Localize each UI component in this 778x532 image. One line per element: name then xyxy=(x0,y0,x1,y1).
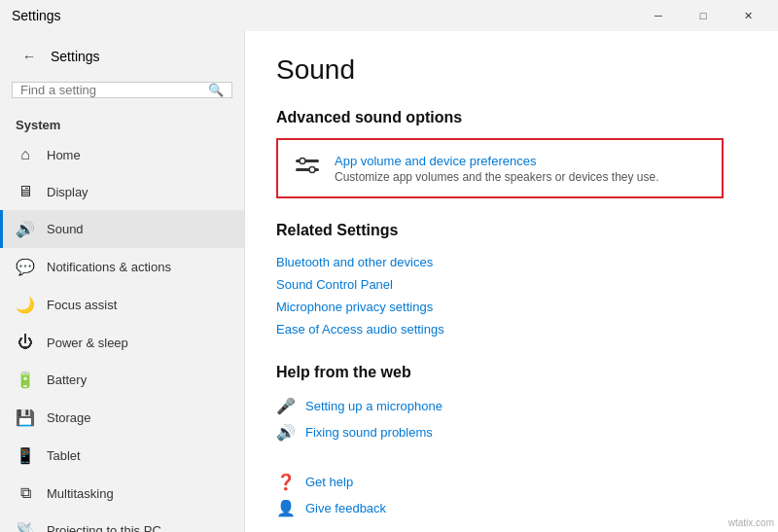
search-box[interactable]: 🔍 xyxy=(12,82,232,98)
system-label: System xyxy=(0,110,244,136)
sidebar-item-label: Multitasking xyxy=(47,486,114,501)
storage-icon: 💾 xyxy=(16,408,35,427)
titlebar-left: Settings xyxy=(12,8,61,23)
maximize-button[interactable]: □ xyxy=(681,0,725,31)
close-button[interactable]: ✕ xyxy=(725,0,770,31)
bottom-links: ❓ Get help 👤 Give feedback xyxy=(276,469,747,521)
sidebar-app-title: Settings xyxy=(51,49,100,64)
focus-icon: 🌙 xyxy=(16,296,35,314)
fix-sound-item[interactable]: 🔊 Fixing sound problems xyxy=(276,419,747,445)
sidebar: ← Settings 🔍 System ⌂ Home 🖥 Display 🔊 S… xyxy=(0,31,245,532)
sidebar-item-label: Focus assist xyxy=(47,298,117,312)
card-description: Customize app volumes and the speakers o… xyxy=(335,170,659,184)
svg-point-3 xyxy=(309,167,315,173)
get-help-item[interactable]: ❓ Get help xyxy=(276,469,747,495)
ease-access-link[interactable]: Ease of Access audio settings xyxy=(276,318,747,340)
watermark: wtatix.com xyxy=(728,517,774,528)
get-help-link: Get help xyxy=(305,475,353,489)
tablet-icon: 📱 xyxy=(16,446,35,465)
get-help-icon: ❓ xyxy=(276,473,296,491)
feedback-icon: 👤 xyxy=(276,499,296,517)
multitasking-icon: ⧉ xyxy=(16,484,35,502)
sidebar-item-projecting[interactable]: 📡 Projecting to this PC xyxy=(0,512,244,532)
svg-point-1 xyxy=(300,159,305,164)
minimize-button[interactable]: ─ xyxy=(636,0,681,31)
sound-icon: 🔊 xyxy=(16,220,35,238)
display-icon: 🖥 xyxy=(16,183,35,200)
sidebar-item-label: Tablet xyxy=(47,448,81,463)
sidebar-item-label: Storage xyxy=(47,410,91,425)
sidebar-item-tablet[interactable]: 📱 Tablet xyxy=(0,437,244,475)
help-section-title: Help from the web xyxy=(276,364,747,381)
notifications-icon: 💬 xyxy=(16,258,35,276)
sound-problems-icon: 🔊 xyxy=(276,423,296,442)
sidebar-item-notifications[interactable]: 💬 Notifications & actions xyxy=(0,248,244,286)
setup-mic-link: Setting up a microphone xyxy=(305,399,442,413)
sidebar-item-home[interactable]: ⌂ Home xyxy=(0,136,244,173)
sidebar-item-label: Battery xyxy=(47,372,87,387)
titlebar-controls: ─ □ ✕ xyxy=(636,0,770,31)
sidebar-item-label: Projecting to this PC xyxy=(47,523,161,532)
card-settings-icon xyxy=(294,152,321,185)
sidebar-item-display[interactable]: 🖥 Display xyxy=(0,173,244,210)
sidebar-item-battery[interactable]: 🔋 Battery xyxy=(0,361,244,399)
titlebar-title: Settings xyxy=(12,8,61,23)
search-input[interactable] xyxy=(20,83,208,97)
sidebar-item-sound[interactable]: 🔊 Sound xyxy=(0,210,244,248)
microphone-icon: 🎤 xyxy=(276,397,296,415)
feedback-item[interactable]: 👤 Give feedback xyxy=(276,495,747,521)
sidebar-item-storage[interactable]: 💾 Storage xyxy=(0,399,244,437)
sidebar-item-label: Notifications & actions xyxy=(47,260,171,274)
power-icon: ⏻ xyxy=(16,334,35,351)
related-section: Related Settings Bluetooth and other dev… xyxy=(276,222,747,340)
advanced-section-title: Advanced sound options xyxy=(276,109,747,126)
battery-icon: 🔋 xyxy=(16,371,35,389)
bluetooth-link[interactable]: Bluetooth and other devices xyxy=(276,251,747,273)
back-button[interactable]: ← xyxy=(16,43,43,70)
app-volume-card[interactable]: App volume and device preferences Custom… xyxy=(276,138,724,198)
card-title: App volume and device preferences xyxy=(335,154,659,168)
fix-sound-link: Fixing sound problems xyxy=(305,425,433,440)
home-icon: ⌂ xyxy=(16,146,35,163)
content-area: Sound Advanced sound options App volume … xyxy=(245,31,778,532)
sidebar-item-label: Home xyxy=(47,148,81,162)
page-title: Sound xyxy=(276,54,747,86)
related-section-title: Related Settings xyxy=(276,222,747,239)
sound-control-link[interactable]: Sound Control Panel xyxy=(276,273,747,296)
projecting-icon: 📡 xyxy=(16,521,35,532)
sidebar-item-label: Power & sleep xyxy=(47,336,128,350)
titlebar: Settings ─ □ ✕ xyxy=(0,0,778,31)
sidebar-item-multitasking[interactable]: ⧉ Multitasking xyxy=(0,475,244,512)
sidebar-item-focus[interactable]: 🌙 Focus assist xyxy=(0,286,244,324)
main-container: ← Settings 🔍 System ⌂ Home 🖥 Display 🔊 S… xyxy=(0,31,778,532)
sidebar-header: ← Settings xyxy=(0,31,244,78)
help-section: Help from the web 🎤 Setting up a microph… xyxy=(276,364,747,445)
feedback-link: Give feedback xyxy=(305,501,386,515)
card-text: App volume and device preferences Custom… xyxy=(335,154,659,184)
sidebar-item-label: Sound xyxy=(47,222,84,236)
sidebar-item-power[interactable]: ⏻ Power & sleep xyxy=(0,324,244,361)
search-icon: 🔍 xyxy=(208,83,224,97)
sidebar-item-label: Display xyxy=(47,185,88,199)
setup-mic-item[interactable]: 🎤 Setting up a microphone xyxy=(276,393,747,419)
microphone-link[interactable]: Microphone privacy settings xyxy=(276,296,747,318)
